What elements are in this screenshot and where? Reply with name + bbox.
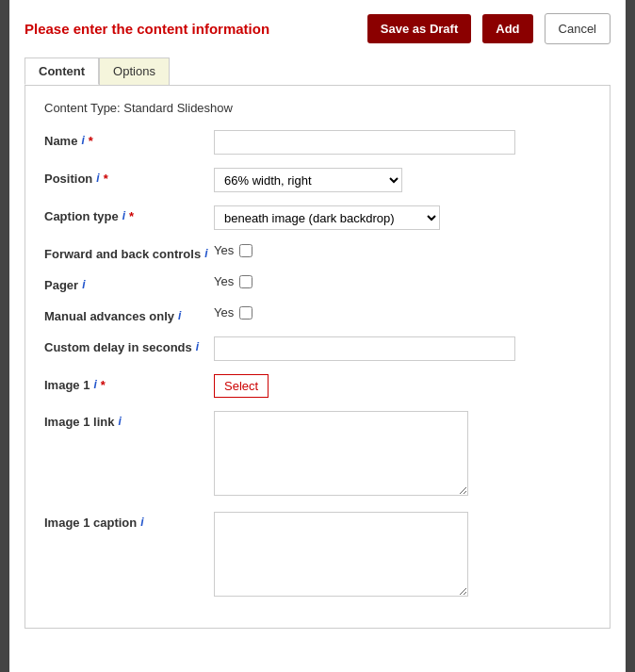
name-row: Name i * xyxy=(44,130,591,155)
caption-type-control: beneath image (dark backdrop) overlay no… xyxy=(214,205,591,230)
custom-delay-row: Custom delay in seconds i xyxy=(44,336,591,361)
form-panel: Content Type: Standard Slideshow Name i … xyxy=(24,85,611,629)
save-draft-button[interactable]: Save as Draft xyxy=(367,14,471,43)
pager-label: Pager i xyxy=(44,274,214,292)
manual-advances-info-icon[interactable]: i xyxy=(178,309,181,322)
image1-caption-control xyxy=(214,512,591,599)
add-button[interactable]: Add xyxy=(482,14,532,43)
pager-row: Pager i Yes xyxy=(44,274,591,292)
forward-back-info-icon[interactable]: i xyxy=(204,247,207,260)
name-input[interactable] xyxy=(214,130,515,155)
name-info-icon[interactable]: i xyxy=(81,134,84,147)
image1-info-icon[interactable]: i xyxy=(93,378,96,391)
image1-control: Select xyxy=(214,374,591,398)
name-control xyxy=(214,130,591,155)
name-required: * xyxy=(89,134,93,148)
position-row: Position i * 66% width, right 50% width,… xyxy=(44,168,591,192)
manual-advances-row: Manual advances only i Yes xyxy=(44,305,591,323)
caption-type-required: * xyxy=(129,209,134,223)
image1-link-info-icon[interactable]: i xyxy=(118,415,121,428)
manual-advances-yes-label: Yes xyxy=(214,305,234,320)
tab-content[interactable]: Content xyxy=(24,57,99,85)
image1-required: * xyxy=(101,378,106,392)
image1-link-label: Image 1 link i xyxy=(44,411,214,429)
custom-delay-label: Custom delay in seconds i xyxy=(44,336,214,354)
cancel-button[interactable]: Cancel xyxy=(545,13,611,44)
position-label: Position i * xyxy=(44,168,214,186)
pager-checkbox[interactable] xyxy=(239,275,252,288)
caption-type-select[interactable]: beneath image (dark backdrop) overlay no… xyxy=(214,205,440,230)
caption-type-label: Caption type i * xyxy=(44,205,214,223)
image1-caption-row: Image 1 caption i xyxy=(44,512,591,599)
image1-link-control xyxy=(214,411,591,499)
image1-select-button[interactable]: Select xyxy=(214,374,269,398)
image1-caption-info-icon[interactable]: i xyxy=(140,516,143,529)
image1-label: Image 1 i * xyxy=(44,374,214,392)
pager-info-icon[interactable]: i xyxy=(82,278,85,291)
image1-link-row: Image 1 link i xyxy=(44,411,591,499)
caption-type-row: Caption type i * beneath image (dark bac… xyxy=(44,205,591,230)
image1-row: Image 1 i * Select xyxy=(44,374,591,398)
manual-advances-checkbox[interactable] xyxy=(239,306,252,320)
position-select[interactable]: 66% width, right 50% width, left 100% wi… xyxy=(214,168,402,192)
image1-link-textarea[interactable] xyxy=(214,411,468,496)
caption-type-info-icon[interactable]: i xyxy=(122,209,125,222)
forward-back-checkbox[interactable] xyxy=(239,244,252,257)
forward-back-yes-label: Yes xyxy=(214,243,234,257)
page-header: Please enter the content information Sav… xyxy=(9,0,626,57)
custom-delay-info-icon[interactable]: i xyxy=(196,340,199,353)
pager-control: Yes xyxy=(214,274,591,288)
position-info-icon[interactable]: i xyxy=(96,172,99,185)
image1-caption-label: Image 1 caption i xyxy=(44,512,214,530)
forward-back-row: Forward and back controls i Yes xyxy=(44,243,591,261)
forward-back-control: Yes xyxy=(214,243,591,257)
manual-advances-label: Manual advances only i xyxy=(44,305,214,323)
page-title: Please enter the content information xyxy=(24,21,356,37)
tabs: Content Options xyxy=(24,57,611,85)
manual-advances-control: Yes xyxy=(214,305,591,320)
image1-caption-textarea[interactable] xyxy=(214,512,468,597)
custom-delay-input[interactable] xyxy=(214,336,515,361)
custom-delay-control xyxy=(214,336,591,361)
pager-yes-label: Yes xyxy=(214,274,234,288)
tabs-container: Content Options xyxy=(9,57,626,85)
position-required: * xyxy=(104,172,108,186)
content-type-label: Content Type: Standard Slideshow xyxy=(44,101,591,115)
tab-options[interactable]: Options xyxy=(99,57,170,85)
forward-back-label: Forward and back controls i xyxy=(44,243,214,261)
name-label: Name i * xyxy=(44,130,214,148)
position-control: 66% width, right 50% width, left 100% wi… xyxy=(214,168,591,192)
